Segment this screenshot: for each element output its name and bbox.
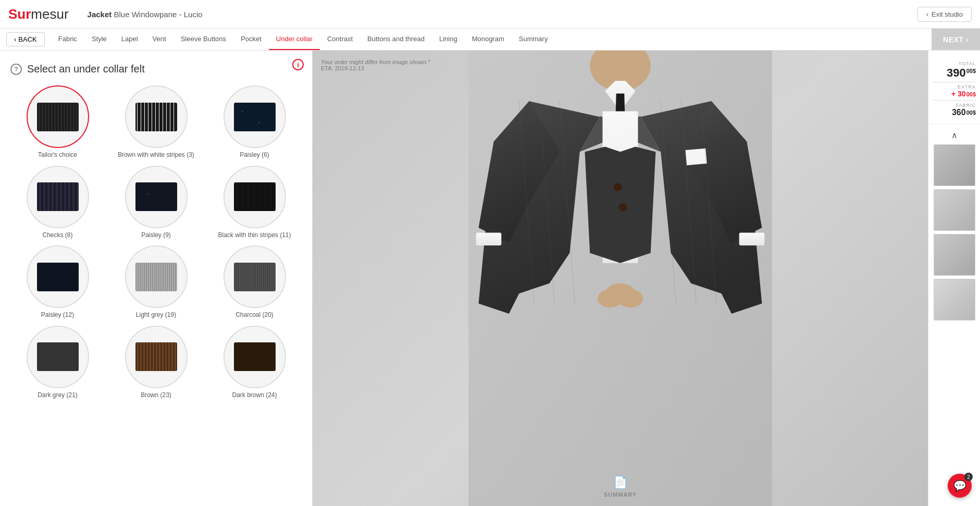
fabric-label-paisley-9: Paisley (9): [141, 231, 171, 240]
nav-item-monogram[interactable]: Monogram: [465, 29, 512, 50]
fabric-item-checks-8[interactable]: Checks (8): [10, 166, 105, 240]
help-icon[interactable]: ?: [10, 64, 22, 75]
fabric-item-tailors-choice[interactable]: Tailor's choice: [10, 85, 105, 159]
fabric-price-label: FABRIC: [933, 103, 976, 108]
header: Surmesur Jacket Blue Windowpane - Lucio …: [0, 0, 980, 29]
fabric-swatch-paisley-12: [37, 263, 79, 291]
total-amount: 390: [947, 66, 966, 80]
total-price: 39000$: [933, 66, 976, 80]
nav-item-pocket[interactable]: Pocket: [233, 29, 269, 50]
back-label: BACK: [18, 35, 36, 43]
nav-item-style[interactable]: Style: [84, 29, 114, 50]
fabric-circle-checks-8: [27, 166, 89, 228]
scroll-up-icon[interactable]: ∧: [951, 130, 958, 140]
fabric-label-dark-grey-21: Dark grey (21): [38, 391, 78, 400]
nav-item-vent[interactable]: Vent: [145, 29, 173, 50]
sidebar-title: Select an under collar felt: [27, 63, 145, 75]
thumbnail-2[interactable]: [934, 189, 975, 231]
fabric-circle-black-thin-stripes: [224, 166, 286, 228]
chat-badge: 2: [964, 473, 973, 481]
back-arrow-icon: ‹: [14, 35, 16, 43]
fabric-swatch-tailors-choice: [37, 103, 79, 131]
eta-text: ETA: 2019-12-13: [321, 65, 430, 71]
nav-item-buttons-thread[interactable]: Buttons and thread: [360, 29, 432, 50]
fabric-circle-dark-brown-24: [224, 326, 286, 388]
fabric-circle-tailors-choice: [27, 85, 89, 148]
exit-studio-button[interactable]: ‹ Exit studio: [917, 7, 972, 22]
nav-item-contrast[interactable]: Contrast: [320, 29, 360, 50]
extra-price: + 3000$: [933, 90, 976, 98]
fabric-price: 36000$: [933, 108, 976, 117]
main-area: i ? Select an under collar felt Tailor's…: [0, 51, 980, 506]
total-label: TOTAL: [933, 61, 976, 66]
logo-sur: Sur: [8, 6, 31, 22]
svg-point-12: [618, 289, 643, 307]
extra-cents: 00$: [966, 91, 976, 97]
fabric-swatch-dark-brown-24: [234, 342, 276, 371]
fabric-swatch-charcoal-20: [234, 263, 276, 291]
nav-item-sleeve-buttons[interactable]: Sleeve Buttons: [173, 29, 233, 50]
fabric-swatch-checks-8: [37, 182, 79, 211]
info-icon[interactable]: i: [292, 59, 304, 70]
nav-item-lining[interactable]: Lining: [432, 29, 465, 50]
fabric-swatch-paisley-6: [234, 103, 276, 131]
fabric-swatch-brown-white-stripes: [135, 103, 177, 131]
fabric-item-brown-white-stripes[interactable]: Brown with white stripes (3): [109, 85, 203, 159]
nav-items: FabricStyleLapelVentSleeve ButtonsPocket…: [51, 29, 932, 50]
right-panel: TOTAL 39000$ EXTRA + 3000$ FABRIC 36000$…: [928, 51, 980, 506]
nav-bar: ‹ BACK FabricStyleLapelVentSleeve Button…: [0, 29, 980, 51]
sidebar-header: ? Select an under collar felt: [10, 63, 302, 75]
thumbnail-1[interactable]: [934, 144, 975, 186]
fabric-label-black-thin-stripes: Black with thin stripes (11): [218, 231, 291, 240]
thumbnail-container: [932, 144, 977, 320]
fabric-circle-charcoal-20: [224, 245, 286, 308]
thumbnail-4[interactable]: [934, 279, 975, 320]
nav-item-summary[interactable]: Summary: [512, 29, 555, 50]
chevron-left-icon: ‹: [926, 10, 928, 18]
fabric-label-charcoal-20: Charcoal (20): [235, 311, 274, 319]
fabric-label-brown-23: Brown (23): [141, 391, 171, 400]
nav-item-lapel[interactable]: Lapel: [114, 29, 145, 50]
fabric-circle-paisley-6: [224, 85, 286, 148]
nav-item-under-collar[interactable]: Under collar: [269, 29, 320, 50]
exit-studio-label: Exit studio: [932, 10, 963, 18]
fabric-item-light-grey[interactable]: Light grey (19): [109, 245, 203, 319]
fabric-label-tailors-choice: Tailor's choice: [38, 151, 77, 159]
total-cents: 00$: [966, 68, 976, 74]
fabric-grid: Tailor's choiceBrown with white stripes …: [10, 85, 302, 399]
fabric-circle-brown-white-stripes: [125, 85, 188, 148]
fabric-swatch-light-grey: [135, 263, 177, 291]
extra-label: EXTRA: [933, 84, 976, 90]
fabric-circle-brown-23: [125, 326, 188, 388]
back-button[interactable]: ‹ BACK: [6, 32, 45, 46]
fabric-circle-light-grey: [125, 245, 188, 308]
svg-rect-6: [476, 233, 502, 245]
chat-button[interactable]: 💬 2: [948, 474, 972, 498]
summary-bottom[interactable]: 📄 SUMMARY: [604, 476, 637, 498]
jacket-title: Jacket Blue Windowpane - Lucio: [88, 10, 203, 19]
next-button[interactable]: NEXT ›: [932, 29, 980, 50]
jacket-name: Blue Windowpane - Lucio: [114, 10, 202, 19]
fabric-circle-paisley-9: [125, 166, 188, 228]
price-area: TOTAL 39000$ EXTRA + 3000$ FABRIC 36000$: [928, 55, 980, 124]
fabric-item-paisley-9[interactable]: Paisley (9): [109, 166, 203, 240]
thumbnail-3[interactable]: [934, 234, 975, 276]
fabric-item-charcoal-20[interactable]: Charcoal (20): [207, 245, 302, 319]
fabric-label-brown-white-stripes: Brown with white stripes (3): [118, 151, 194, 159]
jacket-label: Jacket: [88, 10, 112, 19]
fabric-swatch-paisley-9: [135, 182, 177, 211]
logo-mesur: mesur: [31, 6, 68, 22]
fabric-item-brown-23[interactable]: Brown (23): [109, 326, 203, 400]
fabric-item-black-thin-stripes[interactable]: Black with thin stripes (11): [207, 166, 302, 240]
fabric-amount: 360: [952, 108, 966, 117]
nav-item-fabric[interactable]: Fabric: [51, 29, 84, 50]
order-differ-text: Your order might differ from image shown…: [321, 59, 430, 65]
fabric-label-dark-brown-24: Dark brown (24): [232, 391, 277, 400]
suit-svg: [313, 51, 928, 506]
sidebar: i ? Select an under collar felt Tailor's…: [0, 51, 313, 506]
fabric-item-paisley-6[interactable]: Paisley (6): [207, 85, 302, 159]
fabric-item-dark-brown-24[interactable]: Dark brown (24): [207, 326, 302, 400]
fabric-item-paisley-12[interactable]: Paisley (12): [10, 245, 105, 319]
fabric-item-dark-grey-21[interactable]: Dark grey (21): [10, 326, 105, 400]
center-area: Your order might differ from image shown…: [313, 51, 928, 506]
